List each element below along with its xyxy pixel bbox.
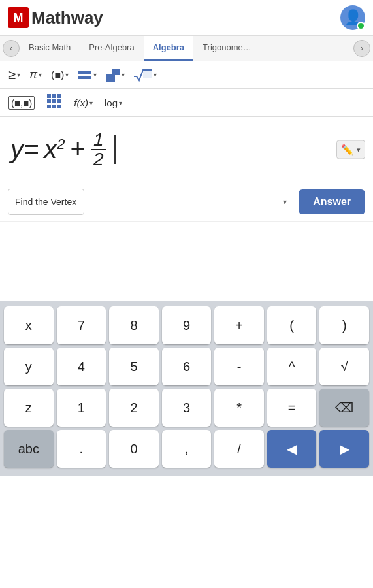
keyboard-row-1: y 4 5 6 - ^ √ xyxy=(4,348,369,385)
key-2[interactable]: 2 xyxy=(109,389,159,427)
header: M Mathway 👤 xyxy=(0,0,373,36)
coord-button[interactable]: (■,■) xyxy=(5,94,38,112)
fraction-icon xyxy=(78,69,92,82)
tabs-container: Basic Math Pre-Algebra Algebra Trigonome… xyxy=(20,36,353,61)
grid-icon xyxy=(46,93,62,112)
key-plus[interactable]: + xyxy=(214,306,264,344)
sqrt-icon xyxy=(134,69,152,82)
tab-basic-math[interactable]: Basic Math xyxy=(20,36,80,61)
mode-select[interactable]: Find the Vertex Solve for x Simplify Fac… xyxy=(8,189,84,215)
key-3[interactable]: 3 xyxy=(162,389,212,427)
key-multiply[interactable]: * xyxy=(214,389,264,427)
log-arrow: ▾ xyxy=(119,99,122,106)
key-open-paren[interactable]: ( xyxy=(267,306,317,344)
key-left-arrow[interactable]: ◀ xyxy=(267,430,317,468)
pi-button[interactable]: π ▾ xyxy=(26,66,45,84)
edit-arrow: ▾ xyxy=(357,145,361,154)
keyboard: x 7 8 9 + ( ) y 4 5 6 - ^ √ z 1 2 3 * = … xyxy=(0,301,373,476)
key-7[interactable]: 7 xyxy=(57,306,106,344)
logo-icon: M xyxy=(8,7,29,28)
keyboard-row-0: x 7 8 9 + ( ) xyxy=(4,306,369,344)
key-close-paren[interactable]: ) xyxy=(319,306,369,344)
fraction-numerator: 1 xyxy=(91,131,106,150)
geq-button[interactable]: ≥ ▾ xyxy=(5,65,24,84)
key-caret[interactable]: ^ xyxy=(267,348,317,385)
frac-arrow: ▾ xyxy=(93,71,97,78)
math-input-area[interactable]: y= x2 + 1 2 ✏️ ▾ xyxy=(0,117,373,182)
svg-rect-3 xyxy=(112,69,120,75)
fraction-button[interactable]: ▾ xyxy=(74,67,100,84)
svg-rect-6 xyxy=(47,94,51,98)
svg-rect-4 xyxy=(143,70,152,71)
key-0[interactable]: 0 xyxy=(109,430,159,468)
key-x[interactable]: x xyxy=(4,306,54,344)
key-backspace[interactable]: ⌫ xyxy=(319,389,369,427)
key-abc[interactable]: abc xyxy=(4,430,54,468)
math-fraction: 1 2 xyxy=(91,131,106,169)
pencil-icon: ✏️ xyxy=(341,143,354,155)
svg-rect-8 xyxy=(57,94,61,98)
svg-rect-12 xyxy=(47,105,51,108)
answer-button[interactable]: Answer xyxy=(299,189,365,214)
svg-rect-0 xyxy=(78,71,91,74)
keyboard-row-2: z 1 2 3 * = ⌫ xyxy=(4,389,369,427)
sqrt-button[interactable]: ▾ xyxy=(131,67,160,84)
key-9[interactable]: 9 xyxy=(162,306,212,344)
fx-button[interactable]: f(x) ▾ xyxy=(71,95,96,110)
svg-rect-13 xyxy=(52,105,56,108)
symbol-toolbar-row2: (■,■) f(x) ▾ log ▾ xyxy=(0,89,373,117)
tab-next-button[interactable]: › xyxy=(353,40,370,57)
key-minus[interactable]: - xyxy=(214,348,264,385)
key-5[interactable]: 5 xyxy=(109,348,159,385)
math-plus: + xyxy=(71,135,86,164)
paren-button[interactable]: (■) ▾ xyxy=(48,67,72,83)
key-y[interactable]: y xyxy=(4,348,54,385)
key-comma[interactable]: , xyxy=(162,430,212,468)
exponent-button[interactable]: ▾ xyxy=(103,67,128,84)
math-x-squared: x2 xyxy=(44,135,65,164)
key-dot[interactable]: . xyxy=(57,430,106,468)
svg-rect-14 xyxy=(57,105,61,108)
key-4[interactable]: 4 xyxy=(57,348,106,385)
fraction-denominator: 2 xyxy=(91,150,106,169)
action-bar: Find the Vertex Solve for x Simplify Fac… xyxy=(0,182,373,222)
key-sqrt[interactable]: √ xyxy=(319,348,369,385)
edit-button[interactable]: ✏️ ▾ xyxy=(336,140,365,159)
user-avatar[interactable]: 👤 xyxy=(340,5,365,30)
empty-content-area xyxy=(0,222,373,301)
tab-trigonometry[interactable]: Trigonome… xyxy=(193,36,261,61)
text-cursor xyxy=(114,135,116,164)
pi-arrow: ▾ xyxy=(39,71,42,78)
key-1[interactable]: 1 xyxy=(57,389,106,427)
keyboard-row-3: abc . 0 , / ◀ ▶ xyxy=(4,430,369,468)
key-6[interactable]: 6 xyxy=(162,348,212,385)
avatar-online-badge xyxy=(357,22,365,30)
svg-rect-5 xyxy=(143,71,152,78)
tab-pre-algebra[interactable]: Pre-Algebra xyxy=(80,36,143,61)
key-8[interactable]: 8 xyxy=(109,306,159,344)
paren-icon: (■) xyxy=(51,69,64,81)
log-button[interactable]: log ▾ xyxy=(101,95,125,110)
geq-icon: ≥ xyxy=(8,67,16,82)
svg-rect-7 xyxy=(52,94,56,98)
key-equals[interactable]: = xyxy=(267,389,317,427)
key-right-arrow[interactable]: ▶ xyxy=(319,430,369,468)
symbol-toolbar-row1: ≥ ▾ π ▾ (■) ▾ ▾ ▾ xyxy=(0,61,373,89)
svg-rect-10 xyxy=(52,99,56,103)
exponent-icon xyxy=(106,69,120,82)
tab-prev-button[interactable]: ‹ xyxy=(3,40,20,57)
geq-arrow: ▾ xyxy=(17,71,20,78)
fx-icon: f(x) xyxy=(74,97,88,108)
logo: M Mathway xyxy=(8,7,103,28)
math-expression: y= x2 + 1 2 xyxy=(10,131,116,169)
log-icon: log xyxy=(105,97,118,108)
key-z[interactable]: z xyxy=(4,389,54,427)
fx-arrow: ▾ xyxy=(89,99,93,106)
pi-icon: π xyxy=(29,68,37,82)
select-arrow-icon: ▾ xyxy=(283,197,287,206)
key-slash[interactable]: / xyxy=(214,430,264,468)
math-y-equals: y= xyxy=(10,135,39,164)
grid-button[interactable] xyxy=(43,91,65,114)
tab-algebra[interactable]: Algebra xyxy=(144,36,193,61)
logo-text: Mathway xyxy=(31,8,103,28)
